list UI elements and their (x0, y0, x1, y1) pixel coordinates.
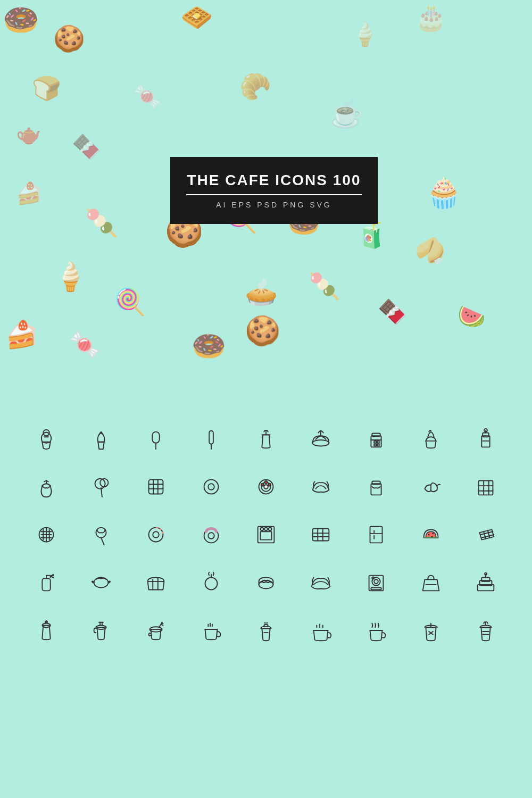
format-list: AI EPS PSD PNG SVG (186, 201, 362, 209)
scattered-icon-cupcake: 🧁 (426, 176, 462, 210)
sugar-shaker-svg (34, 618, 59, 643)
donut-iced-svg (199, 522, 223, 547)
scattered-icon-donut3: 🍩 (192, 330, 226, 362)
grid-icon-donut-iced (193, 516, 230, 553)
soft-serve-svg (89, 427, 113, 451)
scattered-icon-candy2: 🍬 (69, 330, 101, 360)
svg-rect-71 (370, 527, 382, 543)
smoothie-svg (473, 618, 498, 643)
grid-icon-watermelon (412, 516, 450, 553)
grid-icon-fortune-cookie (412, 468, 450, 505)
grid-icon-popsicle (137, 420, 174, 458)
svg-rect-28 (149, 480, 163, 494)
svg-rect-15 (374, 444, 376, 446)
grid-icon-kettle (137, 612, 174, 649)
scattered-icon-icecream2: 🍦 (53, 261, 88, 293)
watermelon-svg (419, 522, 443, 547)
scattered-icon-candy1: 🍬 (133, 82, 162, 110)
grid-icon-sugar-shaker (28, 612, 65, 649)
svg-rect-14 (377, 441, 379, 443)
grid-icon-oven (247, 516, 285, 553)
coffee-cup-svg (199, 618, 223, 643)
grid-icon-croissant2 (302, 564, 339, 601)
svg-rect-42 (372, 481, 380, 484)
croissant-svg (309, 475, 333, 499)
scattered-icon-icecream1: 🍦 (351, 21, 379, 47)
scattered-icon-cookie: 🍪 (53, 24, 85, 54)
popsicle-svg (144, 427, 168, 451)
svg-point-77 (431, 536, 433, 537)
fridge-svg (364, 522, 388, 547)
waffle-svg (144, 475, 168, 499)
svg-line-79 (488, 530, 490, 537)
svg-point-40 (261, 484, 264, 486)
grid-icon-pudding (28, 468, 65, 505)
scattered-icon-biscuit: 🍪 (245, 314, 280, 347)
mug-tea-svg (309, 618, 333, 643)
grinder-svg (473, 427, 498, 451)
grid-icon-sundae (28, 420, 65, 458)
svg-point-20 (484, 429, 487, 432)
svg-rect-2 (153, 432, 160, 443)
scattered-icon-cake: 🎂 (415, 3, 447, 32)
pie-svg (309, 427, 333, 451)
svg-point-94 (374, 579, 378, 584)
grid-icon-biscuit-box (467, 468, 504, 505)
candy-apple-svg (199, 570, 223, 595)
svg-point-65 (269, 528, 272, 531)
svg-rect-16 (377, 444, 379, 446)
grid-icon-waffle2 (28, 516, 65, 553)
svg-point-89 (205, 577, 217, 589)
scattered-icon-donut: 🍩 (3, 3, 39, 37)
grid-icon-roll-cake (247, 564, 285, 601)
kettle-svg (144, 618, 168, 643)
grid-icon-cupcake (412, 420, 450, 458)
grid-icon-cotton-candy (82, 468, 120, 505)
grid-icon-tart (247, 468, 285, 505)
svg-point-76 (432, 533, 434, 535)
grid-section (0, 404, 532, 665)
choco-bar-svg (473, 522, 498, 547)
pudding-svg (34, 475, 59, 499)
donut-plain-svg (199, 475, 223, 499)
grid-icon-jar (358, 420, 395, 458)
svg-rect-11 (372, 433, 380, 436)
biscuit-box-svg (473, 475, 498, 499)
svg-point-64 (264, 528, 268, 531)
scattered-icon-chocbar: 🍫 (378, 298, 407, 326)
svg-rect-41 (371, 484, 381, 495)
svg-line-27 (101, 488, 102, 497)
cotton-candy-svg (89, 475, 113, 499)
tart-svg (254, 475, 278, 499)
scattered-icon-slice: 🍰 (5, 319, 38, 350)
grid-icon-fridge (358, 516, 395, 553)
svg-point-26 (100, 479, 108, 487)
grid-icon-hot-coffee (358, 612, 395, 649)
svg-rect-62 (260, 531, 271, 539)
title-banner: THE CAFE ICONS 100 AI EPS PSD PNG SVG (170, 157, 378, 224)
grid-icon-pie (302, 420, 339, 458)
jar2-svg (364, 475, 388, 499)
grid-icon-candy-wrap (82, 564, 120, 601)
roll-cake-svg (254, 570, 278, 595)
bag-svg (419, 570, 443, 595)
grid-icon-choco-bar (467, 516, 504, 553)
main-title: THE CAFE ICONS 100 (186, 172, 362, 195)
svg-point-39 (268, 484, 271, 486)
svg-point-96 (372, 577, 374, 579)
svg-line-78 (484, 531, 486, 538)
svg-point-63 (260, 528, 263, 531)
svg-rect-4 (209, 431, 213, 444)
grid-icon-stick-candy (193, 420, 230, 458)
jar-svg (364, 427, 388, 451)
grid-icon-candy-apple (193, 564, 230, 601)
grid-icon-grinder (467, 420, 504, 458)
svg-point-75 (428, 534, 430, 536)
grid-icon-milkshake (247, 420, 285, 458)
grid-icon-coffee-cup (193, 612, 230, 649)
svg-point-34 (208, 484, 214, 490)
grid-icon-waffle (137, 468, 174, 505)
scattered-icon-bread: 🍞 (32, 74, 61, 102)
grid-icon-iced-drink (412, 612, 450, 649)
coffee-machine-svg (364, 570, 388, 595)
